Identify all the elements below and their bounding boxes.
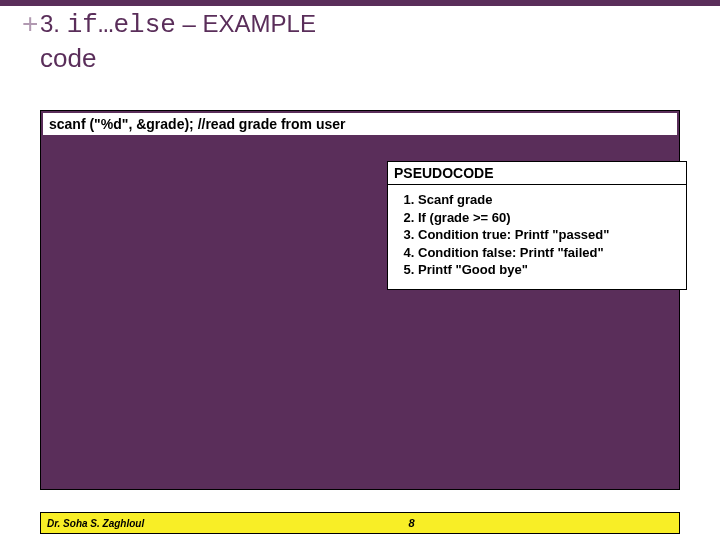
slide: + 3. if…else – EXAMPLE code scanf ("%d",…: [0, 0, 720, 540]
list-item: Condition true: Printf "passed": [418, 226, 678, 244]
slide-title-line2: code: [40, 43, 680, 74]
top-accent-bar: [0, 0, 720, 6]
code-line: scanf ("%d", &grade); //read grade from …: [43, 113, 677, 135]
pseudocode-header: PSEUDOCODE: [388, 162, 686, 185]
code-text: scanf ("%d", &grade); //read grade from …: [49, 116, 345, 132]
title-block: 3. if…else – EXAMPLE code: [40, 8, 680, 74]
footer-author: Dr. Soha S. Zaghloul: [41, 518, 144, 529]
footer-bar: Dr. Soha S. Zaghloul 8: [40, 512, 680, 534]
plus-icon: +: [22, 8, 38, 40]
slide-title-line1: 3. if…else – EXAMPLE: [40, 8, 680, 43]
list-item: Printf "Good bye": [418, 261, 678, 279]
pseudocode-list: Scanf grade If (grade >= 60) Condition t…: [396, 191, 678, 279]
pseudocode-body: Scanf grade If (grade >= 60) Condition t…: [388, 185, 686, 289]
title-number: 3.: [40, 10, 67, 37]
pseudocode-panel: PSEUDOCODE Scanf grade If (grade >= 60) …: [387, 161, 687, 290]
list-item: Condition false: Printf "failed": [418, 244, 678, 262]
code-panel: scanf ("%d", &grade); //read grade from …: [40, 110, 680, 490]
title-rest: – EXAMPLE: [176, 10, 316, 37]
footer-page: 8: [144, 517, 679, 529]
list-item: Scanf grade: [418, 191, 678, 209]
title-keyword: if…else: [67, 10, 176, 40]
list-item: If (grade >= 60): [418, 209, 678, 227]
